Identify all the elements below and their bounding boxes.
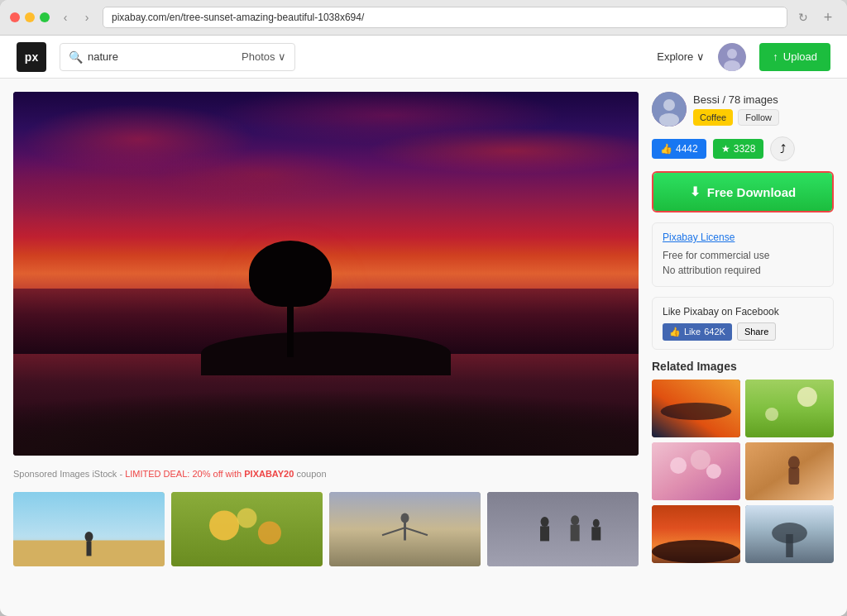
license-section: Pixabay License Free for commercial use … bbox=[652, 222, 834, 287]
coffee-button[interactable]: Coffee bbox=[693, 109, 733, 126]
user-avatar[interactable] bbox=[718, 43, 746, 71]
stats-row: 👍 4442 ★ 3328 ⤴ bbox=[652, 136, 834, 161]
close-button[interactable] bbox=[10, 12, 20, 22]
upload-label: Upload bbox=[783, 50, 817, 63]
search-icon: 🔍 bbox=[69, 50, 83, 64]
download-section: ⬇ Free Download bbox=[652, 171, 834, 212]
svg-point-25 bbox=[659, 113, 679, 127]
nav-buttons: ‹ › bbox=[56, 8, 96, 26]
thumbnail-4[interactable] bbox=[487, 492, 639, 566]
svg-rect-37 bbox=[788, 467, 799, 485]
svg-rect-16 bbox=[487, 492, 639, 566]
site-logo[interactable]: px bbox=[17, 42, 46, 72]
svg-point-39 bbox=[652, 540, 740, 563]
explore-chevron-icon: ∨ bbox=[696, 50, 705, 63]
fb-like-count: 642K bbox=[704, 327, 725, 337]
related-image-1-visual bbox=[652, 380, 740, 437]
facebook-like-button[interactable]: 👍 Like 642K bbox=[663, 323, 732, 341]
thumbnail-3[interactable] bbox=[329, 492, 481, 566]
ground-element bbox=[13, 346, 639, 456]
related-image-6[interactable] bbox=[745, 505, 834, 563]
thumbnail-1-image bbox=[13, 492, 165, 566]
sponsored-deal: LIMITED DEAL: 20% off with bbox=[125, 469, 242, 479]
svg-point-24 bbox=[663, 99, 675, 111]
facebook-buttons: 👍 Like 642K Share bbox=[663, 322, 823, 341]
svg-point-36 bbox=[788, 456, 800, 470]
sponsored-prefix: Sponsored Images iStock - bbox=[13, 469, 122, 479]
tree-canopy bbox=[249, 241, 332, 307]
svg-point-10 bbox=[237, 509, 257, 528]
share-icon: ⤴ bbox=[780, 142, 786, 155]
facebook-label: Like Pixabay on Facebook bbox=[663, 306, 823, 318]
related-section: Related Images bbox=[652, 360, 834, 603]
traffic-lights bbox=[10, 12, 50, 22]
browser-window: ‹ › pixabay.com/en/tree-sunset-amazing-b… bbox=[0, 0, 847, 616]
upload-icon: ↑ bbox=[773, 50, 778, 63]
author-avatar-image bbox=[652, 92, 687, 127]
search-input[interactable] bbox=[88, 50, 237, 63]
svg-point-19 bbox=[571, 515, 579, 525]
related-image-3-visual bbox=[652, 442, 740, 500]
like-icon: 👍 bbox=[660, 143, 672, 155]
author-avatar[interactable] bbox=[652, 92, 687, 127]
license-line1: Free for commercial use bbox=[663, 248, 823, 263]
thumbnail-3-image bbox=[329, 492, 481, 566]
related-image-2[interactable] bbox=[745, 380, 834, 437]
explore-label: Explore bbox=[657, 50, 693, 63]
download-button[interactable]: ⬇ Free Download bbox=[653, 173, 832, 211]
thumbnail-row bbox=[13, 492, 639, 566]
minimize-button[interactable] bbox=[25, 12, 35, 22]
related-image-1[interactable] bbox=[652, 380, 740, 437]
related-image-5[interactable] bbox=[652, 505, 740, 563]
svg-point-21 bbox=[593, 519, 600, 528]
facebook-share-button[interactable]: Share bbox=[737, 322, 776, 341]
main-image-container bbox=[13, 92, 639, 456]
svg-rect-20 bbox=[571, 525, 580, 542]
download-icon: ⬇ bbox=[690, 184, 701, 199]
svg-point-42 bbox=[772, 523, 807, 543]
back-button[interactable]: ‹ bbox=[56, 8, 74, 26]
url-bar[interactable]: pixabay.com/en/tree-sunset-amazing-beaut… bbox=[103, 7, 787, 28]
license-text: Free for commercial use No attribution r… bbox=[663, 248, 823, 278]
svg-point-8 bbox=[209, 511, 239, 541]
favorite-button[interactable]: ★ 3328 bbox=[713, 139, 764, 159]
related-image-4-visual bbox=[745, 442, 834, 500]
search-box[interactable]: 🔍 Photos ∨ bbox=[60, 43, 295, 71]
left-panel: Sponsored Images iStock - LIMITED DEAL: … bbox=[13, 92, 639, 603]
follow-button[interactable]: Follow bbox=[738, 109, 779, 126]
download-label: Free Download bbox=[707, 185, 797, 199]
explore-button[interactable]: Explore ∨ bbox=[657, 50, 705, 63]
related-grid bbox=[652, 380, 834, 563]
related-title: Related Images bbox=[652, 360, 834, 373]
svg-point-1 bbox=[727, 49, 737, 59]
thumbnail-1[interactable] bbox=[13, 492, 165, 566]
site-header: px 🔍 Photos ∨ Explore ∨ ↑ Upload bbox=[0, 36, 847, 79]
related-image-4[interactable] bbox=[745, 442, 834, 500]
related-image-5-visual bbox=[652, 505, 740, 563]
svg-point-33 bbox=[691, 450, 711, 470]
share-button[interactable]: ⤴ bbox=[770, 136, 795, 161]
facebook-section: Like Pixabay on Facebook 👍 Like 642K Sha… bbox=[652, 297, 834, 350]
svg-point-29 bbox=[797, 387, 817, 407]
filter-label: Photos bbox=[242, 50, 275, 63]
new-tab-button[interactable]: + bbox=[819, 8, 837, 26]
fb-like-icon: 👍 bbox=[669, 327, 681, 337]
svg-point-32 bbox=[670, 457, 687, 474]
thumbnail-2[interactable] bbox=[171, 492, 323, 566]
user-section: Bessi / 78 images Coffee Follow bbox=[652, 92, 834, 127]
svg-rect-7 bbox=[171, 492, 323, 566]
right-panel: Bessi / 78 images Coffee Follow 👍 4442 bbox=[652, 92, 834, 603]
related-image-3[interactable] bbox=[652, 442, 740, 500]
svg-rect-22 bbox=[591, 527, 601, 540]
forward-button[interactable]: › bbox=[78, 8, 96, 26]
refresh-button[interactable]: ↻ bbox=[794, 8, 812, 26]
fav-count: 3328 bbox=[734, 143, 756, 155]
svg-rect-18 bbox=[540, 526, 549, 541]
filter-button[interactable]: Photos ∨ bbox=[242, 50, 286, 63]
license-link[interactable]: Pixabay License bbox=[663, 232, 823, 243]
main-image[interactable] bbox=[13, 92, 639, 456]
svg-point-30 bbox=[765, 408, 778, 421]
upload-button[interactable]: ↑ Upload bbox=[759, 43, 830, 71]
like-button[interactable]: 👍 4442 bbox=[652, 139, 706, 159]
maximize-button[interactable] bbox=[40, 12, 50, 22]
